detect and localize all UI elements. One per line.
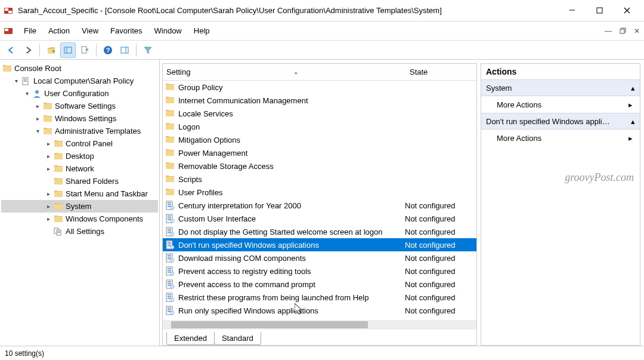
expand-icon[interactable]: ▸ bbox=[44, 190, 52, 198]
policy-setting-icon bbox=[165, 306, 175, 315]
tree-user-configuration[interactable]: ▾ User Configuration bbox=[1, 87, 158, 100]
svg-rect-49 bbox=[168, 204, 171, 205]
svg-point-56 bbox=[171, 219, 174, 223]
list-row[interactable]: Run only specified Windows applicationsN… bbox=[163, 304, 476, 317]
close-button[interactable] bbox=[613, 2, 640, 20]
tree-start-menu[interactable]: ▸Start Menu and Taskbar bbox=[1, 187, 158, 200]
menu-help[interactable]: Help bbox=[188, 24, 216, 38]
list-row[interactable]: Mitigation Options bbox=[163, 133, 476, 146]
expand-icon[interactable]: ▸ bbox=[44, 215, 52, 223]
action-group-system[interactable]: System ▴ bbox=[481, 79, 640, 96]
list-row[interactable]: Custom User InterfaceNot configured bbox=[163, 212, 476, 225]
svg-rect-78 bbox=[168, 281, 171, 282]
svg-rect-70 bbox=[168, 259, 171, 260]
svg-rect-75 bbox=[168, 272, 171, 273]
tree-software-settings[interactable]: ▸ Software Settings bbox=[1, 100, 158, 112]
row-setting-text: Removable Storage Access bbox=[178, 162, 405, 171]
nav-forward-button[interactable] bbox=[20, 42, 36, 58]
svg-point-61 bbox=[171, 232, 174, 236]
tree-control-panel[interactable]: ▸Control Panel bbox=[1, 137, 158, 150]
collapse-icon[interactable]: ▾ bbox=[23, 90, 31, 98]
list-row[interactable]: Prevent access to the command promptNot … bbox=[163, 278, 476, 291]
up-button[interactable] bbox=[44, 42, 59, 58]
list-row[interactable]: Windows Automatic UpdatesNot configured bbox=[163, 317, 476, 318]
tree-console-root[interactable]: Console Root bbox=[1, 62, 158, 75]
menu-window[interactable]: Window bbox=[148, 24, 188, 38]
collapse-icon[interactable]: ▾ bbox=[33, 127, 42, 136]
folder-icon bbox=[54, 152, 63, 161]
menubar: File Action View Favorites Window Help —… bbox=[0, 21, 644, 41]
minimize-button[interactable] bbox=[558, 2, 586, 20]
policy-setting-icon bbox=[165, 240, 175, 250]
show-hide-tree-button[interactable] bbox=[60, 42, 76, 58]
tab-extended[interactable]: Extended bbox=[166, 332, 215, 345]
tree-pane[interactable]: Console Root ▾ Local Computer\Sarah Poli… bbox=[0, 60, 160, 346]
list-row[interactable]: Don't run specified Windows applications… bbox=[163, 238, 476, 251]
action-more-selection[interactable]: More Actions ▸ bbox=[481, 130, 640, 146]
svg-rect-8 bbox=[5, 29, 8, 31]
list-row[interactable]: Prevent access to registry editing tools… bbox=[163, 264, 476, 278]
list-body[interactable]: Group PolicyInternet Communication Manag… bbox=[163, 81, 476, 318]
row-setting-text: Download missing COM components bbox=[178, 254, 405, 263]
expand-icon[interactable]: ▸ bbox=[44, 165, 52, 173]
tree-administrative-templates[interactable]: ▾ Administrative Templates bbox=[1, 125, 158, 137]
list-row[interactable]: Download missing COM componentsNot confi… bbox=[163, 251, 476, 264]
list-row[interactable]: Restrict these programs from being launc… bbox=[163, 291, 476, 304]
row-state-text: Not configured bbox=[405, 254, 476, 263]
column-state[interactable]: State bbox=[405, 67, 476, 76]
scrollbar-thumb[interactable] bbox=[171, 321, 368, 328]
tree-system[interactable]: ▸System bbox=[1, 200, 158, 213]
svg-rect-22 bbox=[24, 81, 27, 82]
list-row[interactable]: Removable Storage Access bbox=[163, 159, 476, 173]
list-row[interactable]: Locale Services bbox=[163, 107, 476, 120]
tab-standard[interactable]: Standard bbox=[214, 332, 261, 345]
expand-icon[interactable]: ▸ bbox=[33, 102, 42, 110]
mdi-close-button[interactable]: ✕ bbox=[630, 25, 643, 37]
h-scrollbar[interactable] bbox=[163, 320, 476, 330]
expand-icon[interactable]: ▸ bbox=[33, 115, 42, 123]
show-hide-actions-button[interactable] bbox=[117, 42, 132, 58]
column-setting[interactable]: Setting▴ bbox=[163, 67, 405, 76]
svg-rect-37 bbox=[57, 232, 60, 233]
folder-icon bbox=[165, 122, 175, 131]
mdi-minimize-button[interactable]: — bbox=[602, 25, 615, 37]
list-row[interactable]: Century interpretation for Year 2000Not … bbox=[163, 199, 476, 212]
tree-all-settings[interactable]: ▸All Settings bbox=[1, 225, 158, 238]
list-row[interactable]: Do not display the Getting Started welco… bbox=[163, 225, 476, 238]
nav-back-button[interactable] bbox=[4, 42, 19, 58]
list-row[interactable]: Group Policy bbox=[163, 81, 476, 94]
action-more-system[interactable]: More Actions ▸ bbox=[481, 96, 640, 113]
list-row[interactable]: User Profiles bbox=[163, 186, 476, 199]
menu-action[interactable]: Action bbox=[42, 24, 76, 38]
collapse-icon[interactable]: ▾ bbox=[12, 77, 20, 85]
maximize-button[interactable] bbox=[586, 2, 613, 20]
svg-rect-83 bbox=[168, 294, 171, 296]
collapse-icon: ▴ bbox=[631, 117, 635, 126]
action-group-selection[interactable]: Don't run specified Windows applicat... … bbox=[481, 113, 640, 130]
tree-network[interactable]: ▸Network bbox=[1, 162, 158, 175]
tree-windows-components[interactable]: ▸Windows Components bbox=[1, 213, 158, 225]
expand-icon[interactable]: ▸ bbox=[44, 140, 52, 148]
expand-icon[interactable]: ▸ bbox=[44, 202, 52, 211]
list-row[interactable]: Scripts bbox=[163, 173, 476, 186]
help-button[interactable]: ? bbox=[100, 42, 116, 58]
tree-local-computer-policy[interactable]: ▾ Local Computer\Sarah Policy bbox=[1, 75, 158, 87]
mdi-restore-button[interactable] bbox=[616, 25, 629, 37]
tree-windows-settings[interactable]: ▸ Windows Settings bbox=[1, 112, 158, 125]
menu-view[interactable]: View bbox=[76, 24, 104, 38]
menu-file[interactable]: File bbox=[18, 24, 42, 38]
list-row[interactable]: Power Management bbox=[163, 146, 476, 159]
export-button[interactable] bbox=[77, 42, 92, 58]
svg-point-91 bbox=[171, 311, 174, 315]
tree-shared-folders[interactable]: ▸Shared Folders bbox=[1, 175, 158, 187]
row-setting-text: Restrict these programs from being launc… bbox=[178, 293, 405, 302]
filter-button[interactable] bbox=[140, 42, 156, 58]
row-setting-text: Locale Services bbox=[178, 109, 405, 118]
expand-icon[interactable]: ▸ bbox=[44, 152, 52, 161]
list-row[interactable]: Internet Communication Management bbox=[163, 94, 476, 107]
list-row[interactable]: Logon bbox=[163, 120, 476, 133]
policy-setting-icon bbox=[165, 279, 175, 289]
menu-favorites[interactable]: Favorites bbox=[104, 24, 148, 38]
svg-rect-53 bbox=[168, 216, 171, 217]
tree-desktop[interactable]: ▸Desktop bbox=[1, 150, 158, 162]
